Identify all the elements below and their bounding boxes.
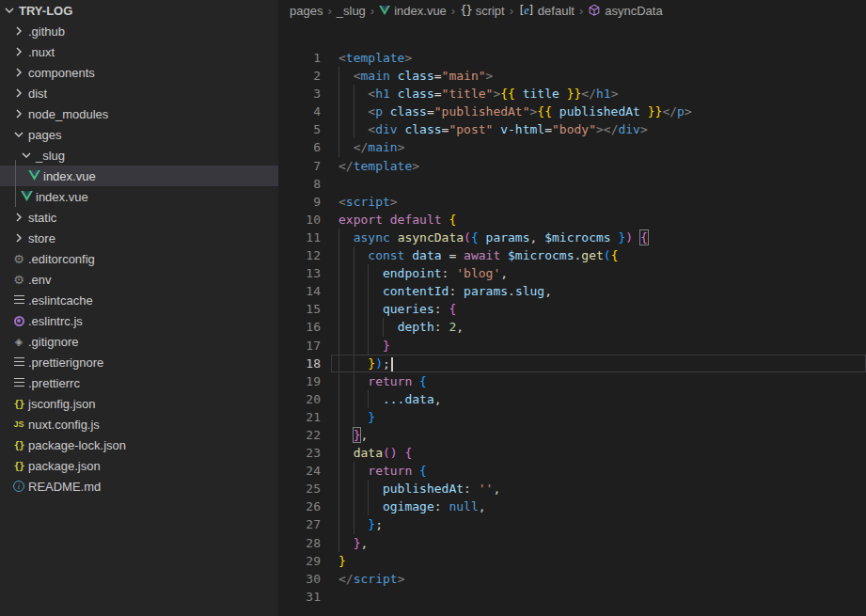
tree-item--eslintrc-js[interactable]: .eslintrc.js <box>0 310 278 331</box>
line-number: 24 <box>278 462 331 480</box>
chevron-right-icon <box>11 210 26 225</box>
code-line-30[interactable]: 30</script> <box>278 570 866 588</box>
code-line-5[interactable]: 5 <div class="post" v-html="body"></div> <box>278 120 866 138</box>
code-line-9[interactable]: 9<script> <box>278 193 866 211</box>
code-line-3[interactable]: 3 <h1 class="title">{{ title }}</h1> <box>278 85 866 103</box>
indent-guide <box>354 515 354 533</box>
line-number: 14 <box>278 282 331 300</box>
code-line-25[interactable]: 25 publishedAt: '', <box>278 480 866 498</box>
tree-item-label: nuxt.config.js <box>28 418 100 432</box>
code-line-24[interactable]: 24 return { <box>278 462 866 480</box>
line-content: <p class="publishedAt">{{ publishedAt }}… <box>331 103 866 120</box>
code-line-7[interactable]: 7</template> <box>278 157 866 175</box>
line-number: 26 <box>278 498 331 515</box>
code-line-2[interactable]: 2 <main class="main"> <box>278 67 866 85</box>
tree-item--editorconfig[interactable]: ⚙.editorconfig <box>0 248 278 269</box>
code-line-13[interactable]: 13 endpoint: 'blog', <box>278 264 866 282</box>
tree-item-pages[interactable]: pages <box>0 124 278 145</box>
vue-icon <box>21 190 33 204</box>
line-content: ogimage: null, <box>331 498 866 515</box>
code-line-28[interactable]: 28 }, <box>278 534 866 552</box>
code-line-10[interactable]: 10export default { <box>278 211 866 229</box>
tree-item--gitignore[interactable]: ◈.gitignore <box>0 331 278 352</box>
tree-item--eslintcache[interactable]: .eslintcache <box>0 290 278 310</box>
code-line-15[interactable]: 15 queries: { <box>278 300 866 318</box>
tree-item--nuxt[interactable]: .nuxt <box>0 41 278 62</box>
code-line-18[interactable]: 18 }); <box>278 355 866 372</box>
vue-icon-slot <box>26 168 41 183</box>
tree-item-index-vue[interactable]: index.vue <box>0 186 278 207</box>
breadcrumb-label: pages <box>290 4 323 18</box>
breadcrumb-label: script <box>476 4 505 18</box>
gear-icon: ⚙ <box>13 274 24 286</box>
tree-item--github[interactable]: .github <box>0 21 278 41</box>
code-line-12[interactable]: 12 const data = await $microcms.get({ <box>278 246 866 264</box>
code-line-22[interactable]: 22 }, <box>278 426 866 444</box>
breadcrumb-item-default[interactable]: [e]default <box>518 4 575 18</box>
tree-item-static[interactable]: static <box>0 207 278 228</box>
tree-item--env[interactable]: ⚙.env <box>0 269 278 290</box>
indent-guide <box>339 318 339 336</box>
code-line-8[interactable]: 8 <box>278 175 866 193</box>
indent-guide <box>354 85 354 103</box>
tree-item-dist[interactable]: dist <box>0 83 278 103</box>
line-number: 6 <box>278 138 331 156</box>
tree-item-readme-md[interactable]: iREADME.md <box>0 476 278 497</box>
code-line-26[interactable]: 26 ogimage: null, <box>278 498 866 515</box>
code-line-16[interactable]: 16 depth: 2, <box>278 318 866 336</box>
code-line-11[interactable]: 11 async asyncData({ params, $microcms }… <box>278 229 866 246</box>
code-line-19[interactable]: 19 return { <box>278 372 866 390</box>
breadcrumb-item-asyncdata[interactable]: asyncData <box>588 4 662 18</box>
indent-guide <box>339 498 339 515</box>
indent-guide <box>339 408 339 426</box>
code-line-1[interactable]: 1<template> <box>278 49 866 67</box>
braces-icon-slot: {} <box>11 396 26 411</box>
tree-item--prettierrc[interactable]: .prettierrc <box>0 372 278 393</box>
line-content: }, <box>331 426 866 444</box>
breadcrumb-item-index-vue[interactable]: index.vue <box>379 4 447 18</box>
breadcrumb-item--slug[interactable]: _slug <box>337 4 366 18</box>
breadcrumb-item-script[interactable]: {}script <box>460 4 505 18</box>
line-content: return { <box>331 462 866 480</box>
tree-item-package-json[interactable]: {}package.json <box>0 455 278 476</box>
vue-icon <box>379 6 390 15</box>
indent-guide <box>368 300 369 318</box>
tree-item-node-modules[interactable]: node_modules <box>0 103 278 124</box>
tree-item-label: .nuxt <box>28 45 55 59</box>
code-line-4[interactable]: 4 <p class="publishedAt">{{ publishedAt … <box>278 103 866 120</box>
tree-item-index-vue[interactable]: index.vue <box>0 166 278 186</box>
code-line-21[interactable]: 21 } <box>278 408 866 426</box>
tree-item-label: .eslintrc.js <box>28 314 83 328</box>
symbol-method-icon <box>588 4 601 17</box>
text-lines-icon <box>14 357 24 367</box>
indent-guide <box>354 372 354 390</box>
code-line-31[interactable]: 31 <box>278 588 866 606</box>
breadcrumb-label: asyncData <box>605 4 662 18</box>
tree-item-package-lock-json[interactable]: {}package-lock.json <box>0 434 278 455</box>
tree-item-components[interactable]: components <box>0 62 278 83</box>
tree-item-nuxt-config-js[interactable]: JSnuxt.config.js <box>0 414 278 434</box>
code-area[interactable]: 1<template>2 <main class="main">3 <h1 cl… <box>278 21 866 606</box>
indent-guide <box>339 246 339 264</box>
code-line-14[interactable]: 14 contentId: params.slug, <box>278 282 866 300</box>
tree-item--slug[interactable]: _slug <box>0 145 278 166</box>
code-line-29[interactable]: 29} <box>278 552 866 570</box>
tree-item-label: index.vue <box>36 190 88 204</box>
code-line-6[interactable]: 6 </main> <box>278 138 866 156</box>
indent-guide <box>339 138 339 156</box>
code-line-20[interactable]: 20 ...data, <box>278 390 866 408</box>
tree-item-jsconfig-json[interactable]: {}jsconfig.json <box>0 393 278 414</box>
diamond-icon-slot: ◈ <box>11 334 26 349</box>
workspace-root[interactable]: TRY-LOG <box>0 0 278 21</box>
code-line-27[interactable]: 27 }; <box>278 515 866 533</box>
tree-item--prettierignore[interactable]: .prettierignore <box>0 352 278 372</box>
tree-item-store[interactable]: store <box>0 228 278 248</box>
code-line-23[interactable]: 23 data() { <box>278 444 866 462</box>
indent-guide <box>354 498 354 515</box>
indent-guide <box>354 246 354 264</box>
tree-indent-guide <box>15 160 16 207</box>
code-line-17[interactable]: 17 } <box>278 337 866 355</box>
breadcrumb-item-pages[interactable]: pages <box>290 4 323 18</box>
indent-guide <box>339 85 339 103</box>
symbol-variable-icon: [e] <box>518 4 534 18</box>
